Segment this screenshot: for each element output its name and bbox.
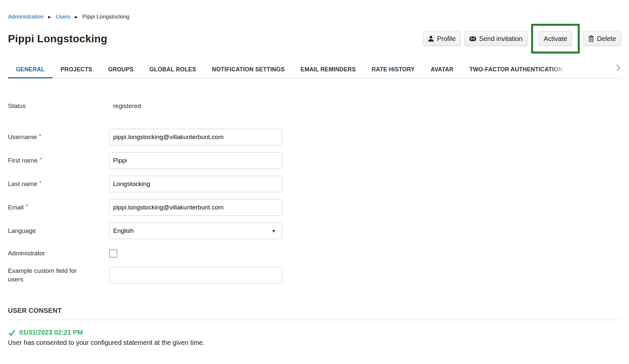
tab-notification-settings[interactable]: NOTIFICATION SETTINGS — [204, 57, 293, 78]
custom-field-row: Example custom field for users — [8, 267, 621, 284]
user-tabs: GENERAL PROJECTS GROUPS GLOBAL ROLES NOT… — [8, 57, 613, 78]
administrator-row: Administrator — [8, 246, 621, 261]
breadcrumb-separator-icon: ▶ — [48, 15, 51, 19]
send-invitation-button[interactable]: Send invitation — [464, 31, 527, 46]
tab-two-factor-authentication[interactable]: TWO-FACTOR AUTHENTICATION — [461, 57, 568, 78]
activate-button-label: Activate — [544, 35, 567, 43]
tab-email-reminders[interactable]: EMAIL REMINDERS — [293, 57, 364, 78]
person-icon — [428, 36, 434, 42]
user-actions-toolbar: Profile Send invitation Activate Delete — [423, 24, 621, 54]
first-name-row: First name* — [8, 152, 621, 169]
annotation-highlight-box: Activate — [531, 24, 580, 54]
username-label: Username* — [8, 133, 109, 141]
user-tabs-bar: GENERAL PROJECTS GROUPS GLOBAL ROLES NOT… — [8, 57, 621, 79]
email-field[interactable] — [109, 199, 282, 216]
username-row: Username* — [8, 129, 621, 145]
status-row: Status registered — [8, 102, 621, 110]
user-consent-heading: USER CONSENT — [8, 307, 621, 314]
tab-rate-history[interactable]: RATE HISTORY — [364, 57, 423, 78]
status-value: registered — [109, 102, 141, 110]
email-label-text: Email — [8, 204, 24, 211]
tab-truncation-fade — [552, 57, 568, 77]
status-label: Status — [8, 102, 109, 110]
language-select[interactable]: English ▼ — [109, 223, 282, 239]
required-asterisk: * — [39, 133, 41, 139]
breadcrumb-users[interactable]: Users — [56, 14, 70, 20]
profile-button[interactable]: Profile — [423, 31, 461, 46]
custom-field-label: Example custom field for users — [8, 267, 109, 284]
last-name-label-text: Last name — [8, 180, 37, 187]
first-name-field[interactable] — [109, 152, 282, 169]
consent-message: User has consented to your configured st… — [8, 338, 621, 347]
first-name-label-text: First name — [8, 157, 38, 164]
first-name-label: First name* — [8, 156, 109, 165]
username-label-text: Username — [8, 133, 37, 140]
profile-button-label: Profile — [437, 35, 456, 43]
username-field[interactable] — [109, 129, 282, 145]
user-general-form: Status registered Username* First name* … — [8, 102, 621, 284]
custom-field-input[interactable] — [109, 267, 282, 283]
dropdown-arrow-icon: ▼ — [272, 229, 276, 234]
checkmark-icon — [8, 329, 16, 336]
consent-timestamp: 01/31/2023 02:21 PM — [19, 329, 83, 336]
page-header: Pippi Longstocking Profile Send invitati… — [8, 23, 621, 54]
tab-groups[interactable]: GROUPS — [100, 57, 142, 78]
breadcrumb-separator-icon: ▶ — [75, 15, 78, 19]
last-name-label: Last name* — [8, 180, 109, 188]
required-asterisk: * — [39, 180, 42, 186]
language-label: Language — [8, 227, 109, 235]
required-asterisk: * — [40, 157, 42, 163]
tab-avatar[interactable]: AVATAR — [423, 57, 461, 78]
delete-button[interactable]: Delete — [583, 31, 621, 46]
tabs-scroll-right-button[interactable] — [613, 57, 621, 78]
envelope-icon — [469, 36, 476, 41]
chevron-right-icon — [616, 64, 620, 71]
page-title: Pippi Longstocking — [8, 33, 107, 45]
tab-projects[interactable]: PROJECTS — [53, 57, 100, 78]
administrator-checkbox[interactable] — [109, 249, 117, 258]
trash-icon — [588, 35, 594, 42]
last-name-row: Last name* — [8, 176, 621, 192]
required-asterisk: * — [26, 203, 28, 210]
language-row: Language English ▼ — [8, 223, 621, 239]
tab-general[interactable]: GENERAL — [8, 57, 53, 78]
email-row: Email* — [8, 199, 621, 216]
language-selected-value: English — [113, 227, 134, 235]
activate-button[interactable]: Activate — [539, 31, 572, 46]
section-divider — [8, 320, 621, 320]
send-invitation-button-label: Send invitation — [479, 35, 523, 43]
email-label: Email* — [8, 203, 109, 212]
administrator-label: Administrator — [8, 249, 109, 258]
tab-two-factor-authentication-label: TWO-FACTOR AUTHENTICATION — [469, 66, 563, 73]
consent-date-row: 01/31/2023 02:21 PM — [8, 329, 621, 336]
breadcrumb-administration[interactable]: Administration — [8, 14, 44, 20]
last-name-field[interactable] — [109, 176, 282, 192]
admin-user-page: Administration ▶ Users ▶ Pippi Longstock… — [0, 0, 629, 347]
tab-global-roles[interactable]: GLOBAL ROLES — [142, 57, 204, 78]
delete-button-label: Delete — [597, 35, 616, 43]
breadcrumb: Administration ▶ Users ▶ Pippi Longstock… — [8, 13, 621, 20]
user-consent-section: USER CONSENT 01/31/2023 02:21 PM User ha… — [8, 307, 621, 347]
breadcrumb-current-user: Pippi Longstocking — [82, 14, 130, 20]
